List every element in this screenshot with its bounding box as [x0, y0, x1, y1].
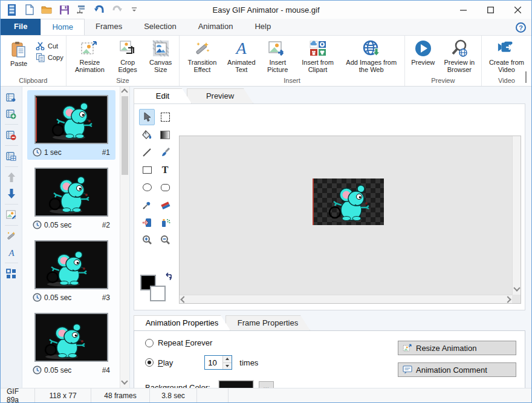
tab-preview[interactable]: Preview — [187, 88, 253, 103]
move-frame-up-icon[interactable] — [5, 171, 18, 183]
transition-effect-button[interactable]: Transition Effect — [182, 38, 222, 74]
tab-animation[interactable]: Animation — [187, 19, 244, 35]
swap-colors-icon[interactable] — [164, 272, 173, 283]
redo-icon[interactable] — [111, 4, 123, 16]
canvas-horizontal-scrollbar[interactable] — [180, 295, 512, 303]
add-images-from-web-button[interactable]: Add Images from the Web — [341, 38, 402, 74]
fill-tool[interactable] — [139, 126, 155, 143]
tab-home[interactable]: Home — [41, 19, 85, 35]
paste-button[interactable]: Paste — [3, 38, 34, 68]
canvas-size-button[interactable]: Canvas Size — [144, 38, 177, 74]
animation-background-color-swatch[interactable] — [219, 381, 253, 388]
minimize-button[interactable] — [450, 1, 477, 19]
maximize-button[interactable] — [477, 1, 504, 19]
rectangle-tool[interactable] — [139, 162, 155, 178]
zoom-in-tool[interactable] — [139, 232, 155, 248]
tab-file[interactable]: File — [1, 19, 41, 35]
gif-image[interactable] — [313, 179, 384, 225]
tools-palette: T — [139, 109, 177, 304]
frame-4-thumbnail — [34, 313, 108, 362]
collapse-ribbon-icon[interactable] — [525, 71, 527, 82]
tab-frame-properties[interactable]: Frame Properties — [225, 315, 310, 330]
undo-icon[interactable] — [93, 4, 105, 16]
clock-icon — [33, 365, 42, 375]
zoom-out-tool[interactable] — [157, 232, 173, 248]
resize-animation-side-button[interactable]: Resize Animation — [398, 341, 516, 355]
edit-frame-icon[interactable] — [5, 209, 18, 221]
brush-tool[interactable] — [157, 144, 173, 160]
marquee-tool[interactable] — [157, 109, 173, 125]
save-icon[interactable] — [58, 4, 70, 16]
frame-item-1[interactable]: 1 sec #1 — [27, 90, 115, 160]
crop-edges-button[interactable]: Crop Edges — [112, 38, 143, 74]
tab-help[interactable]: Help — [244, 19, 282, 35]
spinner-down-icon[interactable] — [223, 362, 232, 370]
quick-access-toolbar — [1, 4, 140, 16]
customize-toolbar-icon[interactable] — [128, 4, 140, 16]
play-times-spinner[interactable] — [204, 355, 232, 370]
help-icon[interactable]: ? — [516, 22, 526, 33]
text-tool[interactable]: T — [157, 162, 173, 178]
properties-tabs: Animation Properties Frame Properties — [134, 315, 525, 330]
app-filmstrip-icon[interactable] — [5, 4, 18, 16]
insert-from-clipart-button[interactable]: Insert from Clipart — [296, 38, 339, 74]
tab-frames[interactable]: Frames — [85, 19, 133, 35]
add-frame-icon[interactable] — [5, 108, 18, 120]
ribbon: Paste Cut Copy Clipboard — [1, 36, 531, 87]
export-frames-icon[interactable] — [76, 4, 88, 16]
canvas-size-label: Canvas Size — [148, 59, 174, 73]
replace-color-tool[interactable] — [139, 214, 155, 231]
comment-icon — [403, 365, 412, 374]
export-frame-icon[interactable] — [5, 91, 18, 103]
add-images-from-web-icon — [362, 39, 381, 57]
color-swatches — [140, 272, 173, 304]
line-tool[interactable] — [139, 144, 155, 160]
preview-button[interactable]: Preview — [407, 38, 439, 67]
select-tool[interactable] — [139, 109, 155, 125]
copy-button[interactable]: Copy — [36, 53, 63, 62]
spray-tool[interactable] — [157, 214, 173, 231]
tab-edit[interactable]: Edit — [134, 88, 192, 103]
text-strip-icon[interactable]: A — [5, 246, 18, 258]
window-controls — [450, 1, 531, 19]
ellipse-tool[interactable] — [139, 179, 155, 195]
tab-animation-properties[interactable]: Animation Properties — [134, 315, 230, 330]
preview-in-browser-button[interactable]: Preview in Browser — [440, 38, 479, 74]
tab-selection[interactable]: Selection — [133, 19, 187, 35]
wand-tool-strip-icon[interactable] — [5, 230, 18, 242]
frames-scrollbar[interactable] — [120, 87, 129, 388]
cut-label: Cut — [48, 42, 58, 50]
close-button[interactable] — [504, 1, 531, 19]
eraser-tool[interactable] — [157, 197, 173, 213]
frame-item-3[interactable]: 0.05 sec #3 — [27, 235, 115, 305]
new-file-icon[interactable] — [23, 4, 35, 16]
cut-button[interactable]: Cut — [36, 42, 63, 50]
rounded-rectangle-tool[interactable] — [157, 179, 173, 195]
palette-grid-icon[interactable] — [5, 267, 18, 280]
play-times-input[interactable] — [205, 356, 222, 369]
frame-item-4[interactable]: 0.05 sec #4 — [27, 308, 115, 378]
resize-animation-button[interactable]: Resize Animation — [69, 38, 111, 74]
delete-frame-icon[interactable] — [5, 129, 18, 141]
repeat-forever-radio[interactable]: Repeat Forever — [145, 338, 398, 347]
canvas[interactable] — [179, 136, 521, 304]
animation-comment-button[interactable]: Animation Comment — [398, 362, 516, 377]
transition-effect-label: Transition Effect — [185, 59, 219, 73]
frames-panel: 1 sec #1 0.05 sec #2 — [22, 87, 130, 388]
frame-item-2[interactable]: 0.05 sec #2 — [27, 163, 115, 232]
duplicate-frame-icon[interactable] — [5, 150, 18, 162]
animated-text-button[interactable]: A Animated Text — [224, 38, 260, 74]
create-from-video-button[interactable]: Create from Video — [484, 38, 529, 74]
spinner-up-icon[interactable] — [223, 356, 232, 362]
create-from-video-label: Create from Video — [487, 59, 526, 73]
canvas-vertical-scrollbar[interactable] — [512, 136, 521, 295]
open-folder-icon[interactable] — [41, 4, 53, 16]
move-frame-down-icon[interactable] — [5, 188, 18, 200]
add-images-from-web-label: Add Images from the Web — [344, 59, 399, 73]
insert-picture-button[interactable]: Insert Picture — [261, 38, 294, 74]
eyedropper-tool[interactable] — [139, 197, 155, 213]
play-radio[interactable]: Play times — [145, 355, 398, 370]
gradient-tool[interactable] — [157, 126, 173, 143]
background-color-picker-button[interactable]: ... — [259, 381, 274, 388]
background-color-swatch[interactable] — [150, 286, 166, 301]
